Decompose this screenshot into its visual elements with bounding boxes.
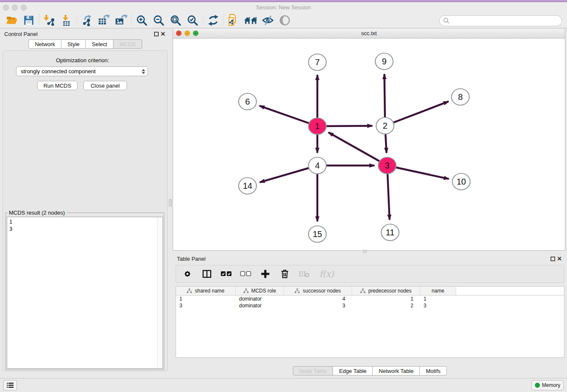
memory-button[interactable]: Memory	[531, 380, 564, 390]
table-settings-button[interactable]	[181, 268, 194, 280]
home-icon	[244, 15, 258, 26]
graph-edge-2-8[interactable]	[385, 102, 449, 126]
graph-node-11[interactable]: 11	[381, 224, 399, 241]
selected-criterion: strongly connected component	[21, 68, 142, 75]
export-table-button[interactable]	[96, 14, 113, 27]
toolbar-separator	[77, 14, 77, 26]
zoom-selected-button[interactable]	[184, 14, 201, 27]
tab-select[interactable]: Select	[86, 39, 113, 49]
zoom-out-button[interactable]	[150, 14, 167, 27]
graph-node-2[interactable]: 2	[376, 118, 394, 134]
graph-edge-3-1[interactable]	[328, 133, 387, 166]
horizontal-splitter-handle[interactable]	[363, 250, 367, 253]
table-cell[interactable]: 3	[284, 302, 352, 309]
export-image-button[interactable]	[113, 14, 129, 27]
graph-node-7[interactable]: 7	[308, 54, 326, 71]
tab-motifs[interactable]: Motifs	[420, 366, 447, 375]
graph-node-label: 14	[243, 181, 252, 190]
function-builder-button[interactable]: f(x)	[317, 268, 336, 280]
delete-table-button[interactable]	[298, 268, 311, 280]
mcds-result-text[interactable]: 1 3	[7, 217, 163, 369]
control-panel-title: Control Panel	[4, 31, 153, 37]
window-title: Session: New Session	[0, 4, 567, 11]
node-table: shared nameMCDS rolesuccessor nodesprede…	[176, 286, 564, 358]
delete-column-button[interactable]	[278, 268, 291, 280]
close-panel-button[interactable]: Close panel	[83, 81, 127, 90]
graph-node-label: 6	[245, 97, 250, 106]
graph-node-4[interactable]: 4	[308, 157, 326, 174]
save-button[interactable]	[20, 14, 37, 27]
table-cell[interactable]: 2	[352, 302, 420, 309]
window-minimize-button[interactable]	[12, 5, 18, 11]
table-row[interactable]: 1dominator411	[176, 295, 564, 302]
show-graphics-button[interactable]	[276, 14, 293, 27]
close-panel-icon[interactable]: ✕	[160, 30, 166, 37]
tab-edge-table[interactable]: Edge Table	[333, 366, 373, 375]
table-cell[interactable]: 1	[420, 295, 456, 302]
graph-canvas[interactable]: 7968124314101511	[173, 39, 565, 250]
table-cell[interactable]: dominator	[236, 295, 284, 302]
graph-node-6[interactable]: 6	[239, 94, 256, 110]
table-cell[interactable]: 1	[352, 295, 420, 302]
column-header-label: successor nodes	[303, 288, 341, 294]
graph-node-14[interactable]: 14	[239, 178, 256, 194]
import-network-button[interactable]	[41, 14, 58, 27]
window-close-button[interactable]	[3, 5, 9, 11]
graph-node-3[interactable]: 3	[378, 157, 396, 174]
mcds-result-scrollbar[interactable]	[157, 217, 162, 368]
select-all-columns-button[interactable]	[220, 268, 233, 280]
tab-mcds[interactable]: MCDS	[113, 39, 142, 49]
open-file-button[interactable]	[3, 14, 20, 27]
vertical-splitter-handle[interactable]	[169, 199, 172, 207]
tab-network-table[interactable]: Network Table	[373, 366, 420, 375]
network-minimize-button[interactable]: −	[184, 30, 190, 36]
create-column-button[interactable]	[259, 268, 272, 280]
graph-node-9[interactable]: 9	[375, 53, 393, 70]
window-zoom-button[interactable]	[21, 5, 27, 11]
column-header-shared-name[interactable]: shared name	[176, 287, 236, 295]
export-network-button[interactable]	[79, 14, 96, 27]
duplicate-network-button[interactable]	[226, 14, 242, 27]
status-bar: Memory	[0, 378, 567, 392]
table-cell[interactable]: 1	[176, 295, 236, 302]
column-header-MCDS-role[interactable]: MCDS role	[236, 287, 284, 295]
table-row[interactable]: 3dominator323	[176, 302, 564, 309]
refresh-icon	[207, 14, 219, 26]
hide-labels-button[interactable]	[259, 14, 276, 27]
table-cell[interactable]: 3	[420, 302, 456, 309]
graph-node-1[interactable]: 1	[308, 118, 326, 135]
graph-edge-3-10[interactable]	[387, 166, 449, 179]
network-window-titlebar: × − + scc.txt	[173, 28, 565, 39]
tab-node-table[interactable]: Node Table	[293, 366, 333, 375]
refresh-layout-button[interactable]	[205, 14, 222, 27]
zoom-in-button[interactable]	[133, 14, 150, 27]
export-image-icon	[115, 14, 127, 26]
deselect-all-columns-button[interactable]	[239, 268, 252, 280]
tab-style[interactable]: Style	[61, 39, 86, 49]
column-header-name[interactable]: name	[420, 287, 456, 295]
graph-node-10[interactable]: 10	[452, 174, 470, 190]
tab-network[interactable]: Network	[28, 39, 61, 49]
table-cell[interactable]: 4	[284, 295, 352, 302]
import-table-button[interactable]	[58, 14, 75, 27]
table-cell[interactable]: 3	[176, 302, 236, 309]
run-mcds-button[interactable]: Run MCDS	[37, 81, 77, 90]
graph-node-15[interactable]: 15	[308, 226, 326, 243]
graph-node-8[interactable]: 8	[451, 89, 469, 105]
show-column-button[interactable]	[201, 268, 213, 280]
table-cell[interactable]: dominator	[236, 302, 284, 309]
column-header-predecessor-nodes[interactable]: predecessor nodes	[352, 287, 420, 295]
network-close-button[interactable]: ×	[176, 30, 182, 36]
network-maximize-button[interactable]: +	[193, 30, 198, 36]
zoom-fit-button[interactable]	[167, 14, 184, 27]
search-input[interactable]	[450, 17, 561, 25]
task-history-button[interactable]	[3, 380, 17, 390]
close-table-panel-icon[interactable]: ✕	[556, 255, 563, 262]
column-header-successor-nodes[interactable]: successor nodes	[284, 287, 352, 295]
toolbar-separator	[203, 14, 203, 26]
float-table-panel-icon[interactable]	[549, 255, 556, 262]
home-button[interactable]	[242, 14, 259, 27]
optimization-criterion-select[interactable]: strongly connected component	[16, 66, 148, 76]
float-panel-icon[interactable]	[153, 30, 160, 37]
memory-status-icon	[535, 383, 540, 388]
